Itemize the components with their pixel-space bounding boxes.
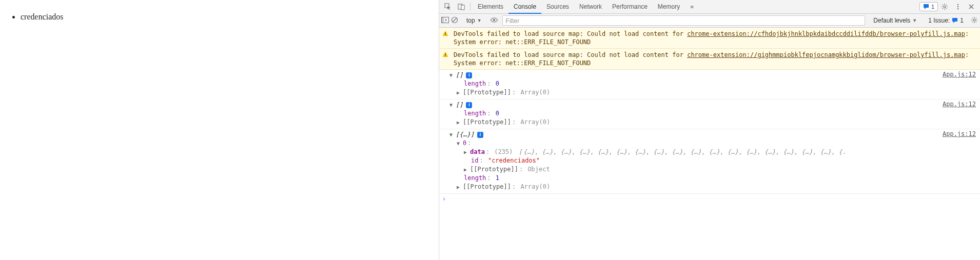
issues-label: 1 Issue:	[928, 17, 950, 24]
svg-point-5	[957, 6, 958, 7]
tab-memory[interactable]: Memory	[653, 0, 685, 14]
chevron-right-icon: ›	[442, 195, 446, 203]
obj-key: length	[464, 109, 486, 118]
live-expression-icon[interactable]	[490, 17, 498, 25]
svg-rect-15	[445, 53, 445, 55]
inspect-element-icon[interactable]	[441, 0, 455, 13]
svg-rect-14	[445, 35, 445, 35]
log-preview: [{…}]	[456, 130, 474, 139]
expand-arrow-icon[interactable]	[464, 148, 469, 156]
tab-elements[interactable]: Elements	[473, 0, 508, 14]
source-link[interactable]: App.js:12	[943, 99, 976, 108]
sidebar-toggle-icon[interactable]	[441, 17, 449, 25]
console-output: DevTools failed to load source map: Coul…	[439, 28, 980, 260]
obj-key: length	[464, 79, 486, 88]
tab-console[interactable]: Console	[508, 0, 541, 14]
svg-rect-8	[442, 17, 444, 23]
message-icon	[923, 4, 929, 10]
warning-url[interactable]: chrome-extension://cfhdojbkjhnklbpkdaibd…	[687, 30, 965, 37]
expand-arrow-icon[interactable]	[449, 101, 455, 109]
obj-key: id	[471, 156, 478, 165]
obj-value: Array(0)	[520, 183, 550, 191]
info-icon[interactable]: i	[477, 132, 483, 138]
console-log[interactable]: []i length: 0 [[Prototype]]: Array(0) Ap…	[439, 99, 980, 129]
obj-value: Array(0)	[520, 88, 550, 97]
obj-value: 0	[496, 109, 499, 118]
page-list: credenciados	[9, 12, 429, 22]
filter-input[interactable]: Filter	[502, 15, 866, 26]
device-toolbar-icon[interactable]	[455, 0, 468, 13]
console-warning[interactable]: DevTools failed to load source map: Coul…	[439, 28, 980, 49]
svg-line-10	[453, 18, 457, 22]
warning-text: DevTools failed to load source map: Coul…	[454, 30, 976, 46]
issues-link[interactable]: 1 Issue: 1	[925, 15, 967, 26]
close-icon[interactable]	[965, 0, 978, 13]
chevron-down-icon: ▼	[912, 15, 917, 26]
warning-icon	[442, 51, 449, 59]
warning-icon	[442, 30, 449, 38]
svg-point-11	[493, 19, 495, 21]
devtools-tabs: Elements Console Sources Network Perform…	[439, 0, 980, 14]
warning-text: DevTools failed to load source map: Coul…	[454, 51, 976, 67]
obj-key: length	[464, 174, 486, 183]
obj-value: 0	[496, 79, 499, 88]
log-preview: []	[456, 101, 463, 109]
tab-network[interactable]: Network	[574, 0, 607, 14]
context-label: top	[466, 15, 475, 26]
log-preview: []	[456, 71, 463, 79]
obj-value: "credenciados"	[488, 156, 540, 165]
info-icon[interactable]: i	[466, 102, 472, 108]
issues-count: 1	[960, 17, 964, 24]
obj-key: 0	[463, 139, 466, 148]
svg-point-12	[973, 19, 975, 21]
svg-point-4	[957, 4, 958, 5]
expand-arrow-icon[interactable]	[449, 130, 455, 139]
console-warning[interactable]: DevTools failed to load source map: Coul…	[439, 49, 980, 70]
context-selector[interactable]: top ▼	[462, 15, 486, 26]
separator	[470, 3, 471, 11]
expand-arrow-icon[interactable]	[457, 183, 462, 191]
expand-arrow-icon[interactable]	[457, 139, 462, 148]
obj-value: Array(0)	[520, 118, 550, 127]
svg-point-3	[944, 6, 946, 8]
source-link[interactable]: App.js:12	[943, 129, 976, 137]
devtools-panel: Elements Console Sources Network Perform…	[439, 0, 980, 260]
svg-rect-2	[461, 5, 464, 10]
console-log[interactable]: [{…}]i 0: data: (235) [{…}, {…}, {…}, {……	[439, 129, 980, 193]
kebab-menu-icon[interactable]	[951, 0, 965, 13]
data-count: (235)	[494, 148, 513, 156]
badge-count: 1	[931, 4, 934, 10]
obj-value: Object	[527, 165, 550, 174]
svg-rect-16	[445, 56, 445, 56]
expand-arrow-icon[interactable]	[457, 88, 462, 97]
tab-more[interactable]: »	[685, 0, 699, 14]
obj-key: [[Prototype]]	[463, 88, 511, 97]
page-content: credenciados	[0, 0, 439, 260]
chevron-down-icon: ▼	[477, 15, 482, 26]
log-levels-dropdown[interactable]: Default levels ▼	[869, 15, 921, 26]
tab-performance[interactable]: Performance	[607, 0, 653, 14]
settings-gear-icon[interactable]	[938, 0, 951, 13]
obj-key: [[Prototype]]	[463, 183, 511, 191]
list-item: credenciados	[21, 12, 429, 22]
console-settings-gear-icon[interactable]	[971, 16, 978, 25]
info-icon[interactable]: i	[466, 72, 472, 78]
svg-point-6	[957, 8, 958, 9]
clear-console-icon[interactable]	[451, 16, 458, 25]
obj-key: data	[470, 148, 485, 156]
tab-sources[interactable]: Sources	[541, 0, 574, 14]
message-icon	[952, 17, 958, 24]
source-link[interactable]: App.js:12	[943, 70, 976, 78]
warning-url[interactable]: chrome-extension://gighmmpiobklfepjocnam…	[687, 51, 965, 58]
expand-arrow-icon[interactable]	[464, 165, 469, 174]
console-log[interactable]: []i length: 0 [[Prototype]]: Array(0) Ap…	[439, 70, 980, 99]
expand-arrow-icon[interactable]	[449, 71, 455, 79]
expand-arrow-icon[interactable]	[457, 118, 462, 127]
array-preview: {…}, {…}, {…}, {…}, {…}, {…}, {…}, {…}, …	[523, 148, 846, 156]
console-prompt[interactable]: ›	[439, 193, 980, 204]
console-toolbar: top ▼ Filter Default levels ▼ 1 Issue: 1	[439, 14, 980, 28]
svg-rect-13	[445, 32, 445, 34]
levels-label: Default levels	[873, 15, 910, 26]
obj-key: [[Prototype]]	[470, 165, 518, 174]
console-errors-badge[interactable]: 1	[919, 2, 938, 11]
